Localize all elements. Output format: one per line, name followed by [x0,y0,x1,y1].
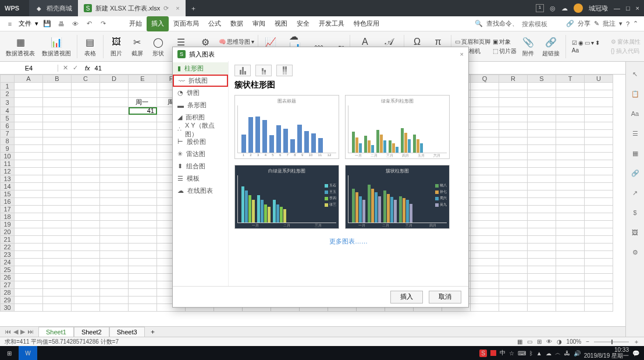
cloud-icon[interactable]: ☁ [561,5,568,12]
badge-1-icon[interactable]: 1 [536,4,544,12]
picture-button[interactable]: 🖼图片 [107,35,126,58]
zoom-level[interactable]: 100% [567,338,582,345]
insert-button[interactable]: 插入 [390,291,423,303]
pivot-table-button[interactable]: ▦数据透视表 [3,35,37,58]
props-icon[interactable]: ☰ [630,128,641,139]
wps-taskbar-icon[interactable]: W [19,346,37,360]
sheet-tab-2[interactable]: Sheet2 [74,327,109,337]
zoom-out-icon[interactable]: − [586,338,589,345]
pivot-chart-button[interactable]: 📊数据透视图 [40,35,73,58]
taskbar-clock[interactable]: 10:33 2019/8/19 星期一 [584,347,629,359]
sheet-tab-1[interactable]: Sheet1 [38,327,74,337]
tray-icon[interactable] [490,350,496,356]
cancel-formula-icon[interactable]: ✕ [63,64,68,72]
screenshot-button[interactable]: ✂截屏 [128,35,147,58]
sheet-prev-icon[interactable]: ◀ [13,328,18,336]
view-normal-icon[interactable]: ▦ [517,338,522,345]
tab-layout[interactable]: 页面布局 [169,16,204,31]
search-input[interactable] [522,20,563,27]
form-control-icon[interactable]: ⬍ [595,40,600,46]
view-break-icon[interactable]: ⊞ [537,338,542,345]
name-box[interactable]: E4 [0,65,58,72]
preview-icon[interactable]: 👁 [70,19,80,29]
gear-icon[interactable]: ⚙ [630,247,641,257]
help-icon[interactable]: ? [626,20,629,27]
header-footer-button[interactable]: ▭页眉和页脚 [455,38,490,46]
keyboard-icon[interactable]: ⌨ [518,350,526,357]
tray-icon[interactable]: ▲ [536,350,542,357]
minimize-icon[interactable]: — [614,5,620,12]
close-icon[interactable]: × [460,51,464,58]
category-bar[interactable]: ▬条形图 [173,99,228,111]
category-combo[interactable]: ⬍组合图 [173,160,228,172]
sheet-tab-3[interactable]: Sheet3 [109,327,145,337]
ime-lang-icon[interactable]: 中 [500,349,506,357]
file-menu[interactable]: 文件 [19,19,31,28]
close-window-icon[interactable]: × [636,5,639,12]
link-icon[interactable]: 🔗 [630,168,641,178]
mindmap-button[interactable]: 🧠思维导图▾ [219,38,254,46]
shapes-button[interactable]: ◯形状 [149,35,168,58]
start-button[interactable]: ⊞ [0,350,19,357]
redo-icon[interactable]: ↷ [98,19,108,29]
theme-icon[interactable]: ◑ [557,338,562,345]
fx-icon[interactable]: fx [83,65,92,72]
tab-security[interactable]: 安全 [292,16,314,31]
attachment-button[interactable]: 📎附件 [519,35,538,58]
tab-view[interactable]: 视图 [270,16,292,31]
more-charts-link[interactable]: 更多图表…… [234,237,462,246]
notification-icon[interactable]: 💬 [632,350,639,357]
image-icon[interactable]: 🖼 [630,227,641,238]
tab-devtools[interactable]: 开发工具 [314,16,349,31]
subtype-100stacked[interactable] [276,65,293,76]
share-icon[interactable]: ↗ [630,188,641,198]
chart-preview[interactable]: 图表标题123456789101112 [234,95,339,159]
add-sheet-button[interactable]: ＋ [145,327,161,336]
accept-formula-icon[interactable]: ✓ [73,64,78,72]
notes-label[interactable]: 批注 [603,19,615,28]
reading-mode-icon[interactable]: 👁 [546,338,552,345]
category-radar[interactable]: ✳雷达图 [173,148,228,160]
ime-icon[interactable]: S [479,350,487,357]
maximize-icon[interactable]: □ [626,5,630,12]
table-button[interactable]: ▤表格 [81,35,99,58]
category-pie[interactable]: ◔饼图 [173,87,228,99]
tab-refresh-icon[interactable]: ⟳ [163,5,169,12]
view-page-icon[interactable]: ▭ [527,338,532,345]
cancel-button[interactable]: 取消 [429,291,461,303]
chevron-up-icon[interactable]: ︿ [555,349,561,357]
chart-preview[interactable]: 簇状柱形图一月二月三月四月猪八孙七周六吴九 [345,165,450,229]
avatar[interactable] [574,3,583,13]
subtype-clustered[interactable] [234,65,251,76]
form-control-icon[interactable]: Aa [572,47,579,54]
chart-preview[interactable]: 绿青系列柱形图一月二月三月四月五月六月 [345,95,450,159]
share-label[interactable]: 分享 [578,19,590,28]
close-icon[interactable]: × [176,5,179,12]
zoom-slider[interactable] [594,341,629,343]
menu-icon[interactable]: ≡ [5,19,15,29]
layers-icon[interactable]: ▦ [630,148,641,158]
undo-icon[interactable]: ↶ [84,19,94,29]
tab-workbook[interactable]: S 新建 XLSX 工作表.xlsx ⟳ × [78,0,186,16]
category-template[interactable]: ☰模板 [173,172,228,185]
tab-data[interactable]: 数据 [226,16,248,31]
share-icon[interactable]: 🔗 [566,20,574,27]
sheet-next-icon[interactable]: ▶ [20,328,25,336]
tab-special[interactable]: 特色应用 [349,16,384,31]
category-column[interactable]: ▮柱形图 [173,62,228,75]
style-icon[interactable]: Aa [630,108,641,119]
chart-preview[interactable]: 白绿蓝系列柱形图一月二月三月玉石王五李四张三 [234,165,339,229]
bluetooth-icon[interactable]: ᛒ [529,350,533,357]
category-scatter[interactable]: ∴X Y（散点图） [173,123,228,136]
search-icon[interactable]: 🔍 [475,20,483,27]
tab-insert[interactable]: 插入 [147,16,169,31]
form-control-icon[interactable]: ◉ [578,40,583,46]
sheet-last-icon[interactable]: ⏭ [27,328,34,336]
tab-review[interactable]: 审阅 [248,16,270,31]
category-online[interactable]: ☁在线图表 [173,185,228,197]
cursor-icon[interactable]: ↖ [630,69,641,79]
ring-icon[interactable]: ◎ [550,5,556,12]
notes-icon[interactable]: ✎ [594,20,599,27]
volume-icon[interactable]: 🔊 [574,350,581,357]
chevron-down-icon[interactable]: ▾ [35,20,38,27]
